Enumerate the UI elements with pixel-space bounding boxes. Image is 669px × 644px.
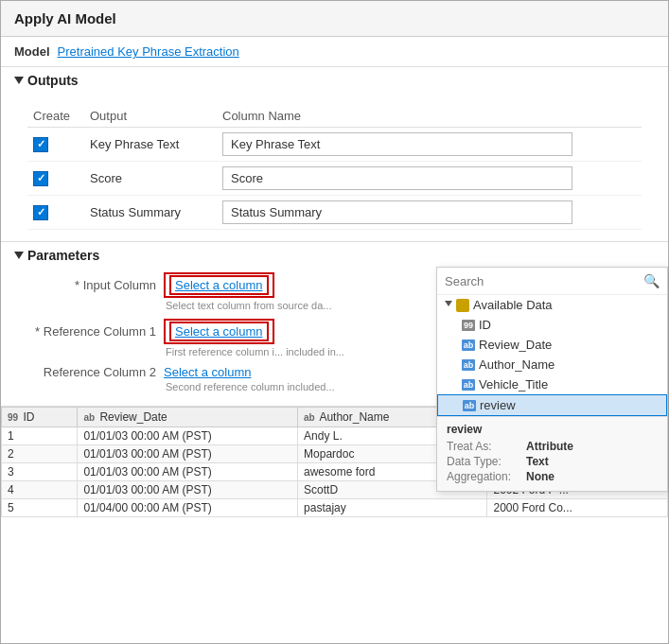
dialog-title: Apply AI Model bbox=[1, 1, 668, 37]
tooltip-treat-as-key: Treat As: bbox=[447, 440, 522, 453]
outputs-row: Score bbox=[27, 162, 642, 196]
ref-col2-inner: Reference Column 2 Select a column bbox=[14, 365, 252, 379]
outputs-header: Outputs bbox=[1, 66, 668, 92]
tooltip-data-type-val: Text bbox=[526, 455, 549, 468]
tooltip-aggregation-val: None bbox=[526, 470, 555, 483]
ref-col1-inner: * Reference Column 1 Select a column bbox=[14, 319, 274, 344]
preview-cell: 01/01/03 00:00 AM (PST) bbox=[78, 427, 298, 445]
preview-cell: 5 bbox=[2, 499, 78, 517]
output-name-cell: Status Summary bbox=[84, 196, 217, 230]
col-type-icon: ab bbox=[462, 339, 475, 351]
search-input[interactable] bbox=[445, 274, 640, 288]
ref-col1-hint: First reference column i... included in.… bbox=[166, 346, 344, 357]
output-checkbox[interactable] bbox=[33, 171, 48, 186]
col-type-badge: ab bbox=[83, 412, 95, 423]
tree-expand-icon bbox=[445, 301, 452, 310]
tree-item-review_date[interactable]: ab Review_Date bbox=[437, 335, 667, 355]
tree-item-author_name[interactable]: ab Author_Name bbox=[437, 355, 667, 374]
output-create-cell bbox=[27, 196, 84, 230]
model-link[interactable]: Pretrained Key Phrase Extraction bbox=[58, 44, 239, 59]
preview-row: 501/04/00 00:00 AM (PST)pastajay2000 For… bbox=[2, 499, 668, 517]
tooltip-label: review bbox=[447, 423, 658, 436]
tree-available-data[interactable]: Available Data bbox=[437, 295, 667, 315]
col-header-colname: Column Name bbox=[217, 105, 642, 128]
output-colname-cell bbox=[217, 128, 642, 162]
preview-cell: 3 bbox=[2, 463, 78, 481]
tree-item-label: review bbox=[480, 398, 516, 412]
preview-cell: 2000 Ford Co... bbox=[487, 499, 668, 517]
input-column-label: * Input Column bbox=[14, 278, 156, 292]
column-tooltip: review Treat As: Attribute Data Type: Te… bbox=[437, 416, 667, 491]
outputs-section: Create Output Column Name Key Phrase Tex… bbox=[1, 92, 668, 241]
search-row: 🔍 bbox=[437, 268, 667, 295]
tooltip-treat-as: Treat As: Attribute bbox=[447, 440, 658, 453]
column-dropdown-panel: 🔍 Available Data 99 ID ab Review_Date ab… bbox=[436, 267, 668, 492]
preview-cell: 01/01/03 00:00 AM (PST) bbox=[78, 481, 298, 499]
parameters-title: Parameters bbox=[27, 248, 99, 263]
database-icon bbox=[456, 299, 469, 312]
output-create-cell bbox=[27, 162, 84, 196]
model-label: Model bbox=[14, 44, 50, 59]
col-type-badge: ab bbox=[304, 412, 315, 423]
tree-item-vehicle_title[interactable]: ab Vehicle_Title bbox=[437, 374, 667, 394]
parameters-header: Parameters bbox=[1, 241, 668, 267]
tree-item-label: Author_Name bbox=[479, 357, 555, 372]
preview-cell: 1 bbox=[2, 427, 78, 445]
col-name-input[interactable] bbox=[222, 166, 572, 190]
output-colname-cell bbox=[217, 196, 642, 230]
tooltip-aggregation: Aggregation: None bbox=[447, 470, 658, 483]
input-column-select[interactable]: Select a column bbox=[169, 275, 269, 295]
tree-container: Available Data 99 ID ab Review_Date ab A… bbox=[437, 295, 667, 416]
tree-item-label: Review_Date bbox=[479, 338, 552, 352]
output-name-cell: Key Phrase Text bbox=[84, 128, 217, 162]
outputs-title: Outputs bbox=[27, 73, 79, 88]
tooltip-treat-as-val: Attribute bbox=[526, 440, 573, 453]
output-create-cell bbox=[27, 128, 84, 162]
tree-item-label: Vehicle_Title bbox=[479, 377, 548, 392]
params-container: * Input Column Select a column Select te… bbox=[1, 267, 668, 406]
ref-col1-label: * Reference Column 1 bbox=[14, 324, 156, 339]
col-header-output: Output bbox=[84, 105, 217, 128]
ref-col2-hint: Second reference column included... bbox=[166, 381, 335, 392]
col-type-icon: ab bbox=[463, 400, 476, 411]
tree-item-review[interactable]: ab review bbox=[437, 394, 667, 416]
preview-cell: pastajay bbox=[298, 499, 487, 517]
search-icon[interactable]: 🔍 bbox=[643, 273, 660, 288]
ref-col1-select-box: Select a column bbox=[164, 319, 274, 344]
ref-col2-select[interactable]: Select a column bbox=[164, 365, 252, 379]
preview-cell: 01/01/03 00:00 AM (PST) bbox=[78, 445, 298, 463]
parameters-collapse-icon[interactable] bbox=[14, 252, 24, 259]
col-type-badge: 99 bbox=[8, 412, 18, 423]
outputs-row: Status Summary bbox=[27, 196, 642, 230]
col-type-icon: ab bbox=[462, 359, 475, 371]
tree-items: 99 ID ab Review_Date ab Author_Name ab V… bbox=[437, 315, 667, 416]
preview-cell: 4 bbox=[2, 481, 78, 499]
tooltip-data-type-key: Data Type: bbox=[447, 455, 522, 468]
col-name-input[interactable] bbox=[222, 132, 572, 156]
tooltip-aggregation-key: Aggregation: bbox=[447, 470, 522, 483]
apply-ai-model-dialog: Apply AI Model Model Pretrained Key Phra… bbox=[0, 0, 669, 644]
tree-item-label: ID bbox=[479, 318, 491, 332]
preview-cell: 01/01/03 00:00 AM (PST) bbox=[78, 463, 298, 481]
outputs-row: Key Phrase Text bbox=[27, 128, 642, 162]
output-checkbox[interactable] bbox=[33, 205, 48, 220]
input-column-hint: Select text column from source da... bbox=[166, 300, 331, 311]
preview-cell: 2 bbox=[2, 445, 78, 463]
col-type-icon: ab bbox=[462, 379, 475, 391]
output-checkbox[interactable] bbox=[33, 137, 48, 152]
col-type-icon: 99 bbox=[462, 320, 475, 331]
tree-item-id[interactable]: 99 ID bbox=[437, 315, 667, 335]
available-data-label: Available Data bbox=[473, 298, 553, 312]
outputs-collapse-icon[interactable] bbox=[14, 77, 24, 84]
model-row: Model Pretrained Key Phrase Extraction bbox=[1, 37, 668, 66]
input-column-select-box: Select a column bbox=[164, 272, 274, 298]
col-name-input[interactable] bbox=[222, 200, 572, 224]
preview-col-header: 99 ID bbox=[2, 408, 78, 427]
input-column-inner: * Input Column Select a column bbox=[14, 272, 274, 298]
ref-col2-label: Reference Column 2 bbox=[14, 365, 156, 379]
output-colname-cell bbox=[217, 162, 642, 196]
ref-col1-select[interactable]: Select a column bbox=[169, 322, 269, 341]
outputs-table: Create Output Column Name Key Phrase Tex… bbox=[27, 105, 642, 230]
output-name-cell: Score bbox=[84, 162, 217, 196]
preview-col-header: ab Review_Date bbox=[78, 408, 298, 427]
